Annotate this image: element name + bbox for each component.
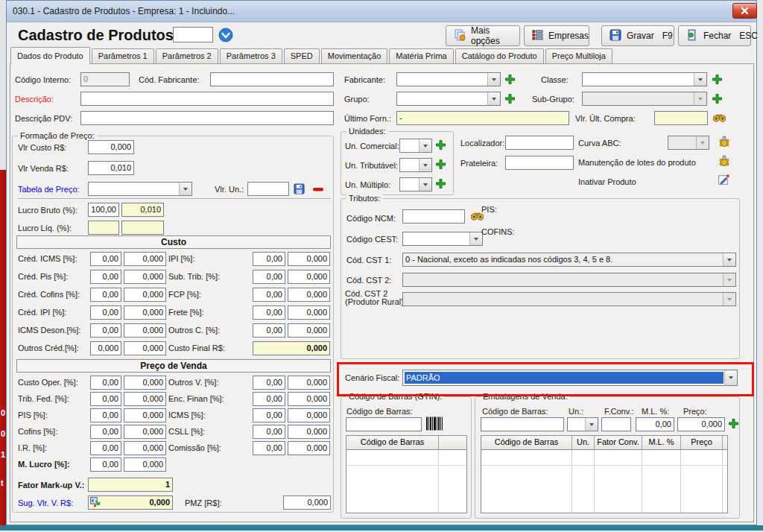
edit-pencil-icon[interactable] xyxy=(718,174,729,186)
add-grupo-plus-icon[interactable] xyxy=(505,94,515,104)
percent-field[interactable]: 0,00 xyxy=(90,252,121,266)
add-un-tributavel-plus-icon[interactable] xyxy=(436,159,446,169)
value-field[interactable]: 0,000 xyxy=(288,252,330,266)
vlr-venda-field[interactable]: 0,010 xyxy=(88,161,134,175)
lucro-bruto-valor-field[interactable]: 0,010 xyxy=(121,203,164,217)
value-field[interactable]: 0,000 xyxy=(124,288,166,302)
cod-fabricante-field[interactable] xyxy=(210,72,334,86)
add-embalagem-plus-icon[interactable] xyxy=(729,419,738,428)
fabricante-dropdown[interactable] xyxy=(396,72,501,86)
percent-field[interactable]: 0,00 xyxy=(90,288,121,302)
column-header[interactable]: Código de Barras xyxy=(346,436,439,449)
add-fabricante-plus-icon[interactable] xyxy=(505,75,515,84)
subgrupo-dropdown[interactable] xyxy=(582,92,707,106)
embalagens-ml-field[interactable]: 0,00 xyxy=(636,417,674,431)
close-button[interactable] xyxy=(732,3,757,19)
percent-field[interactable]: 0,00 xyxy=(90,270,121,284)
add-classe-plus-icon[interactable] xyxy=(712,75,722,84)
sug-vlr-field[interactable]: 0,000 xyxy=(88,495,173,510)
value-field[interactable]: 0,000 xyxy=(288,425,330,439)
gtin-codigo-field[interactable] xyxy=(346,417,422,431)
percent-field[interactable]: 0,00 xyxy=(90,425,121,439)
add-un-comercial-plus-icon[interactable] xyxy=(436,140,446,150)
value-field[interactable]: 0,000 xyxy=(288,441,330,455)
localizador-field[interactable] xyxy=(505,136,574,150)
chevron-down-icon[interactable] xyxy=(487,92,500,105)
percent-field[interactable]: 0,000 xyxy=(90,341,121,355)
descricao-pdv-field[interactable] xyxy=(80,111,334,125)
percent-field[interactable]: 0,00 xyxy=(253,252,285,266)
chevron-down-icon[interactable] xyxy=(723,253,735,266)
cod-cst2-dropdown[interactable] xyxy=(402,273,736,287)
column-header[interactable]: Código de Barras xyxy=(481,436,572,449)
percent-field[interactable]: 0,00 xyxy=(253,425,285,439)
gtin-table[interactable]: Código de Barras xyxy=(346,435,467,513)
value-field[interactable]: 0,000 xyxy=(124,408,166,422)
value-field[interactable]: 0,000 xyxy=(124,425,166,439)
lucro-liq-pct-field[interactable] xyxy=(88,221,119,235)
lucro-liq-valor-field[interactable] xyxy=(121,221,164,235)
value-field[interactable]: 0,000 xyxy=(288,288,330,302)
m-lucro-valor-field[interactable]: 0,000 xyxy=(124,457,166,472)
percent-field[interactable]: 0,00 xyxy=(253,408,285,422)
product-code-input[interactable] xyxy=(173,27,213,42)
remove-minus-icon[interactable] xyxy=(313,188,323,191)
codigo-ncm-field[interactable] xyxy=(402,209,465,224)
percent-field[interactable]: 0,00 xyxy=(90,392,121,406)
grupo-dropdown[interactable] xyxy=(396,92,501,106)
percent-field[interactable]: 0,00 xyxy=(253,376,285,390)
cod-cst2-rural-dropdown[interactable] xyxy=(402,292,736,306)
value-field[interactable]: 0,000 xyxy=(124,392,166,406)
gravar-button[interactable]: Gravar F9 xyxy=(601,25,674,46)
value-field[interactable]: 0,000 xyxy=(288,392,330,406)
tab-parametros-1[interactable]: Parâmetros 1 xyxy=(92,48,154,63)
tab-movimentacao[interactable]: Movimentação xyxy=(321,48,388,63)
percent-field[interactable]: 0,00 xyxy=(90,376,121,390)
un-comercial-dropdown[interactable] xyxy=(399,139,432,153)
custo-final-field[interactable]: 0,000 xyxy=(253,341,330,355)
tab-parametros-3[interactable]: Parâmetros 3 xyxy=(220,48,282,63)
classe-dropdown[interactable] xyxy=(582,72,707,86)
un-tributavel-dropdown[interactable] xyxy=(399,158,432,172)
chevron-down-icon[interactable] xyxy=(179,183,191,195)
vlr-un-field[interactable] xyxy=(247,182,289,196)
percent-field[interactable]: 0,00 xyxy=(253,288,285,302)
add-un-multiplo-plus-icon[interactable] xyxy=(436,179,446,189)
value-field[interactable]: 0,000 xyxy=(124,341,166,355)
percent-field[interactable]: 0,00 xyxy=(90,408,121,422)
fator-markup-field[interactable]: 1 xyxy=(88,478,173,492)
value-field[interactable]: 0,000 xyxy=(288,323,330,338)
tab-catalogo-do-produto[interactable]: Catálogo do Produto xyxy=(455,48,544,63)
chevron-down-icon[interactable] xyxy=(419,178,431,191)
chevron-down-icon[interactable] xyxy=(469,232,482,245)
tab-preco-multiloja[interactable]: Preço Multiloja xyxy=(545,48,612,63)
embalagens-fconv-field[interactable] xyxy=(601,417,631,431)
tab-sped[interactable]: SPED xyxy=(284,48,320,63)
chevron-down-icon[interactable] xyxy=(487,73,500,86)
embalagens-table[interactable]: Código de Barras Un. Fator Conv. M.L. % … xyxy=(481,435,728,513)
un-multiplo-dropdown[interactable] xyxy=(399,177,432,191)
codigo-interno-field[interactable]: 0 xyxy=(80,72,130,86)
chevron-down-icon[interactable] xyxy=(694,73,706,86)
add-subgrupo-plus-icon[interactable] xyxy=(712,94,722,104)
percent-field[interactable]: 0,00 xyxy=(253,305,285,320)
save-price-disk-icon[interactable] xyxy=(294,183,305,194)
chevron-down-icon[interactable] xyxy=(419,159,431,171)
curva-abc-dropdown[interactable] xyxy=(668,136,709,150)
prateleira-field[interactable] xyxy=(505,156,574,170)
codigo-cest-dropdown[interactable] xyxy=(402,232,483,246)
column-header[interactable]: M.L. % xyxy=(642,436,681,449)
chevron-down-icon[interactable] xyxy=(419,139,431,152)
chevron-down-icon[interactable] xyxy=(585,418,598,431)
column-header[interactable]: Fator Conv. xyxy=(595,436,642,449)
percent-field[interactable]: 0,00 xyxy=(253,323,285,338)
value-field[interactable]: 0,000 xyxy=(288,305,330,320)
gold-gear-icon[interactable] xyxy=(718,136,730,148)
tab-parametros-2[interactable]: Parâmetros 2 xyxy=(156,48,218,63)
percent-field[interactable]: 0,00 xyxy=(90,323,121,338)
embalagens-preco-field[interactable]: 0,000 xyxy=(677,417,725,431)
value-field[interactable]: 0,000 xyxy=(288,408,330,422)
lucro-bruto-pct-field[interactable]: 100,00 xyxy=(88,203,119,217)
embalagens-un-dropdown[interactable] xyxy=(567,417,598,431)
value-field[interactable]: 0,000 xyxy=(124,252,166,266)
